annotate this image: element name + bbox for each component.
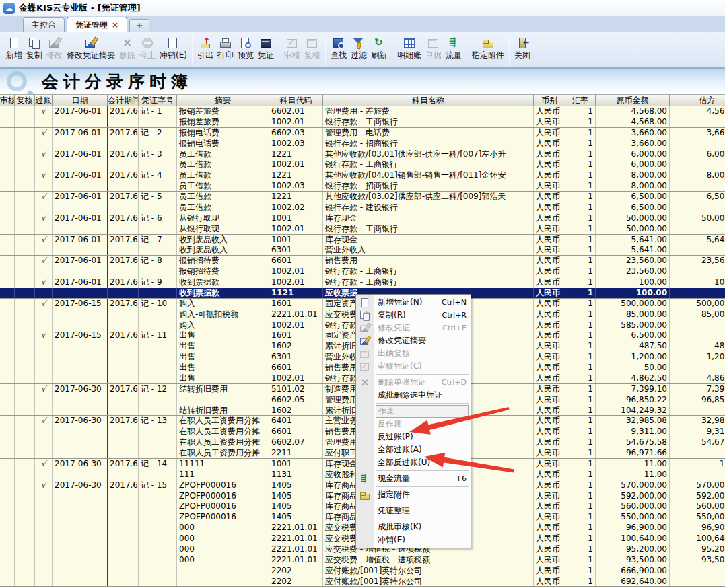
menu-item-shortcut: Ctrl+D [442,378,467,387]
table-row[interactable]: 员工借款1002.01银行存款 - 工商银行人民币16,000.00 [0,159,725,170]
menu-item[interactable]: 凭证整理 [356,505,471,517]
cell [139,534,177,544]
column-header-1[interactable]: 复核 [15,95,35,106]
cell [108,139,139,149]
table-row[interactable]: √2017-06-012017.6记 - 8报销招待费6601销售费用人民币12… [0,256,725,266]
column-header-12[interactable]: 借方 [670,95,725,106]
column-header-10[interactable]: 汇率 [565,95,596,106]
column-header-6[interactable]: 摘要 [177,95,269,106]
toolbar-button-note[interactable]: 冲销(E) [158,34,189,66]
table-row[interactable]: 2202应付账款/[001]英特尔公司人民币1666,900.00 [0,566,725,577]
cell: 管理费用 - 差旅费 [323,106,534,117]
tab-close-icon[interactable]: × [112,20,118,30]
toolbar-button-filter[interactable]: 过滤 [349,34,369,66]
cell [15,384,35,395]
toolbar-button-pencil[interactable]: 修改凭证摘要 [65,34,117,66]
cell [0,170,15,181]
cell [108,427,139,437]
menu-item[interactable]: 现金流量F6 [356,472,471,485]
toolbar-button-new-doc[interactable]: 新增 [4,34,24,66]
menu-item-label: 反作废 [378,418,467,430]
cell: 000 [177,555,269,566]
menu-item[interactable]: 指定附件 [356,488,471,501]
table-row[interactable]: √2017-06-012017.6记 - 7收到废品收入1001库存现金人民币1… [0,235,725,246]
column-header-2[interactable]: 过账 [35,95,53,106]
cell: 1 [565,181,596,191]
table-row[interactable]: √2017-06-012017.6记 - 3员工借款1221其他应收款/[03.… [0,149,725,160]
cell: 2017-06-30 [53,480,108,491]
new-doc-icon [359,298,370,307]
cell [139,117,177,127]
table-row[interactable]: 从银行取现1002.01银行存款 - 工商银行人民币150,000.00 [0,224,725,235]
toolbar-button-refresh[interactable]: 刷新 [369,34,389,66]
cell: 2017.6 [108,416,139,427]
cell [670,224,725,234]
menu-item[interactable]: 成批审核(K) [356,521,471,534]
cell: 1 [565,523,596,534]
toolbar-button-preview[interactable]: 预览 [236,34,256,66]
table-row[interactable]: 报销招待费1002.01银行存款 - 工商银行人民币123,560.00 [0,266,725,277]
menu-item[interactable]: 成批删除选中凭证 [356,389,471,402]
toolbar-button-printer[interactable]: 打印 [215,34,236,66]
toolbar-button-exit[interactable]: 关闭 [512,34,532,66]
column-header-7[interactable]: 科目代码 [269,95,323,106]
cell [35,448,53,458]
cell [177,577,269,587]
menu-item[interactable]: 修改凭证摘要 [356,334,471,347]
table-row[interactable]: 报销差旅费1002.01银行存款 - 工商银行人民币14,568.00 [0,117,725,128]
table-row[interactable]: √2017-06-012017.6记 - 5员工借款1221其他应收款/[03.… [0,192,725,203]
tab-bar: 主控台凭证管理×+ [0,16,725,32]
cell: 1 [565,577,596,587]
table-row[interactable]: √2017-06-012017.6记 - 2报销电话费6602.03管理费用 -… [0,128,725,139]
column-header-8[interactable]: 科目名称 [323,95,534,106]
table-row[interactable]: √2017-06-012017.6记 - 1报销差旅费6602.01管理费用 -… [0,106,725,117]
table-row[interactable]: 员工借款1002.02银行存款 - 建设银行人民币16,500.00 [0,203,725,213]
menu-item[interactable]: 冲销(E) [356,534,471,546]
column-header-0[interactable]: 审核 [0,95,15,106]
cell: 1 [565,459,596,470]
column-header-4[interactable]: 会计期间 [108,95,139,106]
preview-icon [240,38,252,48]
toolbar-button-voucher[interactable]: 凭证 [256,34,276,66]
column-header-5[interactable]: 凭证字号 [139,95,177,106]
column-header-9[interactable]: 币别 [534,95,565,106]
toolbar-button-cash-flow[interactable]: 流量 [444,34,464,66]
table-row[interactable]: 0002221.01.01应交税费 - 增值税 - 进项税额人民币193,500… [0,555,725,566]
cell: 000 [177,523,269,534]
cell [15,577,35,587]
menu-item[interactable]: 全部过账(A) [356,443,471,456]
menu-item[interactable]: 全部反过账(U) [356,456,471,469]
table-row[interactable]: √2017-06-012017.6记 - 9收到票据款1002.01银行存款 -… [0,277,725,288]
new-tab-button[interactable]: + [129,19,149,32]
cell: 1 [565,235,596,246]
table-row[interactable]: 2202应付账款/[001]英特尔公司人民币1692,640.00 [0,577,725,587]
cell: 管理费用 - 电话费 [323,128,534,139]
cell: 人民币 [534,330,565,341]
menu-item[interactable]: 新增凭证(N)Ctrl+N [356,296,471,309]
table-row[interactable]: 员工借款1002.03银行存款 - 招商银行人民币18,000.00 [0,181,725,192]
cell: 2017-06-01 [53,149,108,160]
menu-item[interactable]: 复制(R)Ctrl+R [356,309,471,322]
toolbar-button-detail[interactable]: 明细账 [395,34,423,66]
tab-console[interactable]: 主控台 [23,17,65,32]
toolbar-button-copy[interactable]: 复制 [24,34,44,66]
cell: 50,000.00 [596,224,670,234]
toolbar-button-folder[interactable]: 指定附件 [470,34,506,66]
toolbar-button-find[interactable]: 查找 [329,34,349,66]
table-row[interactable]: √2017-06-012017.6记 - 4员工借款1221其他应收款/[04.… [0,170,725,181]
cell [108,320,139,330]
cell: 员工借款 [177,149,269,160]
table-row[interactable]: √2017-06-012017.6记 - 6从银行取现1001库存现金人民币15… [0,213,725,224]
table-row[interactable]: 报销电话费1002.03银行存款 - 招商银行人民币13,660.00 [0,139,725,149]
tab-voucher-management[interactable]: 凭证管理× [67,17,127,32]
column-header-11[interactable]: 原币金额 [596,95,670,106]
column-header-3[interactable]: 日期 [53,95,108,106]
cell: 692,640.00 [596,577,670,587]
table-row[interactable]: 收到废品收入6301营业外收入人民币15,641.00 [0,245,725,256]
menu-item[interactable]: 反过账(P) [356,431,471,443]
cell [0,395,15,406]
cell: ZPOFP000016 [177,480,269,491]
toolbar-button-export[interactable]: 引出 [195,34,215,66]
toolbar-separator [192,35,193,65]
menu-item-label: 修改凭证摘要 [378,335,467,346]
